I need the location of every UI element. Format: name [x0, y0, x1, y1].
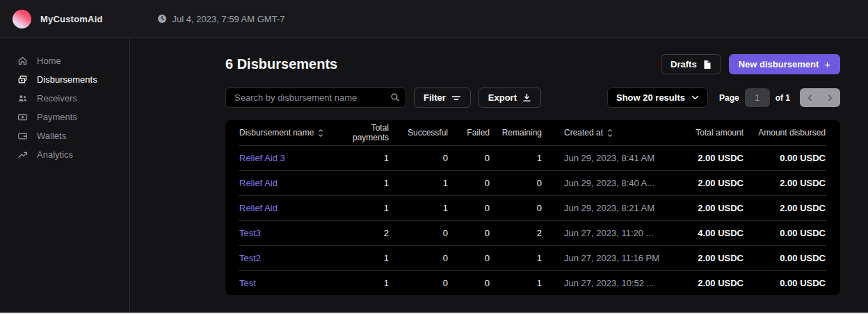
search-input[interactable] [225, 88, 406, 108]
remaining-cell: 1 [490, 153, 542, 163]
filter-button-label: Filter [424, 92, 446, 103]
page-title: 6 Disbursements [225, 56, 337, 72]
chevron-left-icon [807, 94, 812, 101]
sidebar-item-label: Home [37, 56, 61, 66]
export-button[interactable]: Export [479, 88, 541, 108]
table-header-row: Disbursement name Total payments Success… [239, 120, 826, 145]
show-results-select[interactable]: Show 20 results [607, 88, 708, 108]
timestamp-text: Jul 4, 2023, 7:59 AM GMT-7 [172, 14, 285, 24]
total-payments-cell: 1 [351, 278, 389, 288]
drafts-button-label: Drafts [670, 59, 697, 69]
drafts-button[interactable]: Drafts [661, 54, 721, 74]
disbursement-name-link[interactable]: Test [239, 278, 351, 288]
page-of-label: of 1 [775, 93, 790, 103]
main-content: 6 Disbursements Drafts New disbursement … [130, 38, 868, 313]
amount-disbursed-cell: 0.00 USDC [744, 253, 826, 263]
show-results-label: Show 20 results [616, 92, 685, 103]
amount-disbursed-cell: 2.00 USDC [744, 203, 826, 213]
sidebar-item-label: Payments [37, 112, 77, 122]
amount-disbursed-cell: 0.00 USDC [744, 278, 826, 288]
remaining-cell: 1 [490, 253, 542, 263]
chevron-right-icon [828, 94, 833, 101]
disbursements-icon [17, 74, 28, 85]
search-icon [390, 92, 400, 102]
total-payments-cell: 1 [351, 253, 389, 263]
sidebar-item-label: Analytics [37, 149, 73, 160]
disbursement-name-link[interactable]: Test2 [239, 253, 351, 263]
successful-cell: 0 [389, 253, 448, 263]
new-disbursement-button[interactable]: New disbursement + [729, 54, 840, 74]
download-icon [522, 93, 531, 102]
remaining-cell: 0 [490, 203, 542, 213]
amount-disbursed-cell: 0.00 USDC [744, 228, 826, 238]
created-at-cell: Jun 29, 2023, 8:41 AM [542, 153, 681, 163]
total-amount-cell: 2.00 USDC [681, 253, 744, 263]
disbursement-name-link[interactable]: Relief Aid [239, 203, 351, 213]
sidebar-item-analytics[interactable]: Analytics [0, 145, 129, 164]
column-header-disbursement-name[interactable]: Disbursement name [239, 128, 351, 138]
disbursement-name-link[interactable]: Test3 [239, 228, 351, 238]
total-amount-cell: 2.00 USDC [681, 178, 744, 188]
successful-cell: 1 [389, 203, 448, 213]
amount-disbursed-cell: 0.00 USDC [744, 153, 826, 163]
column-header-total-payments: Total payments [351, 123, 389, 142]
new-disbursement-label: New disbursement [739, 59, 819, 69]
page-label: Page [719, 93, 739, 103]
page-number-input[interactable] [745, 88, 770, 107]
failed-cell: 0 [448, 203, 490, 213]
failed-cell: 0 [448, 253, 490, 263]
wallet-icon [17, 131, 28, 141]
column-header-amount-disbursed: Amount disbursed [744, 128, 826, 138]
total-amount-cell: 2.00 USDC [681, 278, 744, 288]
brand-name: MyCustomAid [40, 14, 103, 24]
table-row: Relief Aid 3 1 0 0 1 Jun 29, 2023, 8:41 … [239, 145, 826, 170]
sort-icon [318, 129, 323, 137]
table-row: Test2 1 0 0 1 Jun 27, 2023, 11:16 PM 2.0… [239, 245, 826, 270]
filter-icon [451, 94, 461, 102]
created-at-cell: Jun 29, 2023, 8:40 A... [542, 178, 681, 188]
created-at-cell: Jun 27, 2023, 10:52 ... [542, 278, 681, 288]
total-payments-cell: 1 [351, 203, 389, 213]
column-header-created-at[interactable]: Created at [542, 128, 681, 138]
successful-cell: 0 [389, 153, 448, 163]
table-row: Relief Aid 1 1 0 0 Jun 29, 2023, 8:21 AM… [239, 195, 826, 220]
table-row: Test3 2 0 0 2 Jun 27, 2023, 11:20 ... 4.… [239, 220, 826, 245]
sort-icon [607, 129, 613, 137]
sidebar-item-home[interactable]: Home [0, 51, 129, 70]
disbursement-name-link[interactable]: Relief Aid 3 [239, 153, 351, 163]
failed-cell: 0 [448, 228, 490, 238]
sidebar: Home Disbursements Receivers Payments Wa… [0, 38, 130, 313]
remaining-cell: 2 [490, 228, 542, 238]
next-page-button[interactable] [820, 88, 840, 107]
total-payments-cell: 1 [351, 178, 389, 188]
table-row: Test 1 0 0 1 Jun 27, 2023, 10:52 ... 2.0… [239, 270, 826, 295]
sidebar-item-disbursements[interactable]: Disbursements [0, 70, 129, 89]
remaining-cell: 1 [490, 278, 542, 288]
topbar: MyCustomAid Jul 4, 2023, 7:59 AM GMT-7 [0, 0, 868, 38]
sidebar-item-wallets[interactable]: Wallets [0, 126, 129, 145]
table-row: Relief Aid 1 1 0 0 Jun 29, 2023, 8:40 A.… [239, 170, 826, 195]
sidebar-item-label: Disbursements [37, 74, 97, 85]
pagination [800, 88, 840, 107]
disbursement-name-link[interactable]: Relief Aid [239, 178, 351, 188]
column-header-remaining: Remaining [490, 128, 542, 138]
sidebar-item-receivers[interactable]: Receivers [0, 89, 129, 108]
sidebar-item-payments[interactable]: Payments [0, 108, 129, 126]
filter-button[interactable]: Filter [414, 88, 471, 108]
home-icon [17, 56, 28, 66]
total-amount-cell: 2.00 USDC [681, 203, 744, 213]
plus-icon: + [824, 58, 830, 70]
successful-cell: 0 [389, 278, 448, 288]
created-at-cell: Jun 27, 2023, 11:20 ... [542, 228, 681, 238]
file-icon [702, 60, 712, 69]
total-amount-cell: 4.00 USDC [681, 228, 744, 238]
sidebar-item-label: Receivers [37, 93, 77, 104]
export-button-label: Export [488, 92, 517, 103]
created-at-cell: Jun 27, 2023, 11:16 PM [542, 253, 681, 263]
previous-page-button[interactable] [800, 88, 820, 107]
users-icon [17, 93, 28, 104]
failed-cell: 0 [448, 153, 490, 163]
total-amount-cell: 2.00 USDC [681, 153, 744, 163]
total-payments-cell: 1 [351, 153, 389, 163]
column-header-successful: Successful [389, 128, 448, 138]
